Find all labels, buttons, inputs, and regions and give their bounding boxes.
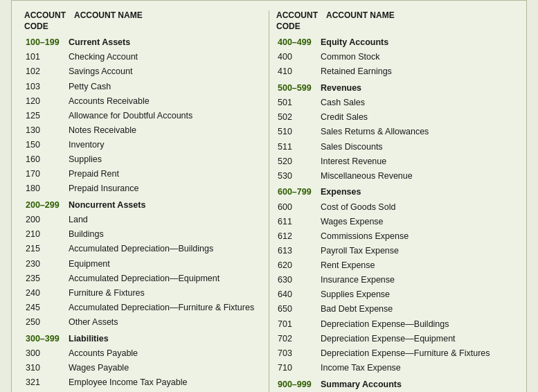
section-name: Expenses (319, 183, 514, 199)
account-name: Wages Expense (319, 214, 514, 229)
account-name: Rent Expense (319, 258, 514, 273)
account-code: 410 (276, 64, 319, 79)
right-account-name-header: ACCOUNT NAME (326, 10, 514, 32)
account-code: 170 (24, 167, 67, 181)
table-row: 703 Depreciation Expense—Furniture & Fix… (276, 346, 514, 360)
account-name: Accounts Payable (67, 346, 262, 360)
table-row: 511 Sales Discounts (276, 139, 514, 154)
account-code: 400 (276, 50, 319, 64)
account-code: 101 (24, 50, 67, 64)
table-row: 613 Payroll Tax Expense (276, 243, 514, 258)
table-row: 300 Accounts Payable (24, 346, 262, 360)
account-code: 150 (24, 138, 67, 152)
account-name: Cost of Goods Sold (319, 199, 514, 214)
account-name: Supplies Expense (319, 287, 514, 302)
account-code: 310 (24, 360, 67, 375)
account-name: Allowance for Doubtful Accounts (67, 108, 262, 123)
account-code: 300 (24, 346, 67, 360)
account-code: 510 (276, 125, 319, 139)
table-row: 230 Equipment (24, 256, 262, 271)
account-code: 240 (24, 285, 67, 300)
table-row: 701 Depreciation Expense—Buildings (276, 317, 514, 331)
account-code: 160 (24, 152, 67, 167)
account-name: Savings Account (67, 64, 262, 79)
account-name: Accumulated Depreciation—Equipment (67, 271, 262, 285)
table-row: 250 Other Assets (24, 315, 262, 330)
section-code: 100–199 (24, 33, 67, 50)
account-name: Miscellaneous Revenue (319, 168, 514, 183)
account-name: Cash Sales (319, 96, 514, 110)
account-name: Income Tax Expense (319, 360, 514, 375)
account-code: 702 (276, 331, 319, 346)
left-header: ACCOUNT CODE ACCOUNT NAME (24, 10, 262, 32)
section-code: 600–799 (276, 183, 319, 199)
table-row: 180 Prepaid Insurance (24, 181, 262, 196)
account-code: 710 (276, 360, 319, 375)
section-code: 500–599 (276, 79, 319, 96)
section-header-row: 500–599 Revenues (276, 79, 514, 96)
table-row: 650 Bad Debt Expense (276, 302, 514, 317)
account-name: Sales Discounts (319, 139, 514, 154)
account-name: Furniture & Fixtures (67, 285, 262, 300)
account-code: 650 (276, 302, 319, 317)
section-code: 300–399 (24, 330, 67, 346)
section-header-row: 600–799 Expenses (276, 183, 514, 199)
table-row: 210 Buildings (24, 227, 262, 242)
table-row: 130 Notes Receivable (24, 123, 262, 137)
account-code: 600 (276, 199, 319, 214)
account-code: 612 (276, 229, 319, 243)
table-row: 215 Accumulated Depreciation—Buildings (24, 242, 262, 256)
table-row: 200 Land (24, 213, 262, 227)
table-row: 630 Insurance Expense (276, 273, 514, 287)
account-name: Other Assets (67, 315, 262, 330)
table-row: 245 Accumulated Depreciation—Furniture &… (24, 300, 262, 314)
section-header-row: 200–299 Noncurrent Assets (24, 196, 262, 213)
account-name: Common Stock (319, 50, 514, 64)
table-row: 125 Allowance for Doubtful Accounts (24, 108, 262, 123)
section-code: 900–999 (276, 375, 319, 392)
table-row: 103 Petty Cash (24, 79, 262, 93)
table-row: 101 Checking Account (24, 50, 262, 64)
account-name: Sales Returns & Allowances (319, 125, 514, 139)
account-name: Interest Revenue (319, 154, 514, 168)
table-row: 310 Wages Payable (24, 360, 262, 375)
right-account-code-header: ACCOUNT CODE (276, 10, 326, 32)
table-row: 240 Furniture & Fixtures (24, 285, 262, 300)
account-name: Buildings (67, 227, 262, 242)
account-name: Inventory (67, 138, 262, 152)
table-row: 611 Wages Expense (276, 214, 514, 229)
account-code: 520 (276, 154, 319, 168)
account-code: 235 (24, 271, 67, 285)
account-code: 103 (24, 79, 67, 93)
account-name: Checking Account (67, 50, 262, 64)
section-name: Liabilities (67, 330, 262, 346)
account-code: 102 (24, 64, 67, 79)
account-name: Petty Cash (67, 79, 262, 93)
account-code: 640 (276, 287, 319, 302)
section-code: 200–299 (24, 196, 67, 213)
account-name: Prepaid Insurance (67, 181, 262, 196)
section-header-row: 400–499 Equity Accounts (276, 33, 514, 50)
account-name: Retained Earnings (319, 64, 514, 79)
section-header-row: 900–999 Summary Accounts (276, 375, 514, 392)
account-code: 501 (276, 96, 319, 110)
table-row: 410 Retained Earnings (276, 64, 514, 79)
account-name: Depreciation Expense—Furniture & Fixture… (319, 346, 514, 360)
account-code: 502 (276, 110, 319, 125)
account-name: Depreciation Expense—Equipment (319, 331, 514, 346)
section-header-row: 300–399 Liabilities (24, 330, 262, 346)
table-row: 620 Rent Expense (276, 258, 514, 273)
table-row: 530 Miscellaneous Revenue (276, 168, 514, 183)
account-name: Bad Debt Expense (319, 302, 514, 317)
section-header-row: 100–199 Current Assets (24, 33, 262, 50)
account-name: Equipment (67, 256, 262, 271)
account-code: 701 (276, 317, 319, 331)
table-row: 710 Income Tax Expense (276, 360, 514, 375)
right-table: 400–499 Equity Accounts 400 Common Stock… (276, 33, 514, 392)
account-code: 130 (24, 123, 67, 137)
account-code: 245 (24, 300, 67, 314)
account-name: Insurance Expense (319, 273, 514, 287)
account-code: 321 (24, 375, 67, 390)
account-code: 703 (276, 346, 319, 360)
table-row: 170 Prepaid Rent (24, 167, 262, 181)
